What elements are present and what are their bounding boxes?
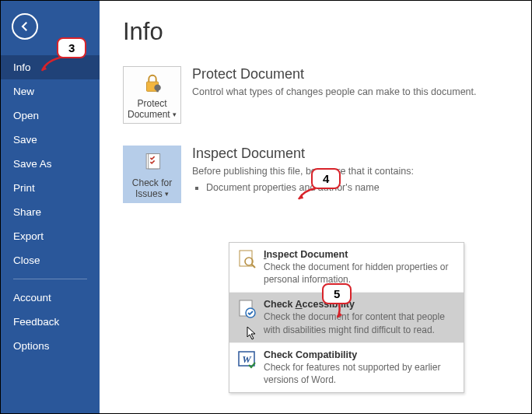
arrow-left-icon (18, 19, 32, 33)
annotation-callout-4: 4 (311, 168, 341, 189)
word-compat-icon: W (237, 349, 257, 370)
sidebar-item-new[interactable]: New (1, 79, 100, 104)
annotation-callout-3: 3 (57, 37, 86, 58)
protect-document-button[interactable]: ProtectDocument ▾ (123, 66, 181, 124)
dropdown-item-desc: Check the document for hidden properties… (264, 261, 456, 286)
svg-rect-2 (156, 88, 158, 92)
protect-button-label-1: Protect (137, 98, 166, 109)
sidebar-divider (13, 279, 87, 279)
sidebar-item-save[interactable]: Save (1, 128, 100, 152)
dropdown-item-desc: Check the document for content that peop… (264, 310, 456, 335)
sidebar-item-account[interactable]: Account (1, 286, 100, 310)
sidebar-item-save-as[interactable]: Save As (1, 152, 100, 176)
protect-title: Protect Document (192, 66, 508, 82)
sidebar-item-close[interactable]: Close (1, 248, 100, 272)
check-for-issues-button[interactable]: Check forIssues ▾ (123, 146, 181, 203)
chevron-down-icon: ▾ (173, 111, 177, 118)
protect-desc: Control what types of changes people can… (192, 86, 508, 100)
chevron-down-icon: ▾ (165, 190, 169, 198)
protect-section: ProtectDocument ▾ Protect Document Contr… (123, 66, 508, 124)
inspect-bullet: Document properties and author's name (206, 182, 508, 193)
svg-line-7 (252, 265, 255, 268)
inspect-desc: Before publishing this file, be aware th… (192, 165, 508, 179)
sidebar-item-share[interactable]: Share (1, 200, 100, 224)
svg-text:W: W (242, 353, 252, 365)
sidebar-item-print[interactable]: Print (1, 176, 100, 200)
sidebar-item-feedback[interactable]: Feedback (1, 310, 100, 334)
dropdown-item-title: Check Accessibility (264, 299, 456, 310)
sidebar-item-export[interactable]: Export (1, 224, 100, 248)
protect-button-label-2: Document (128, 109, 170, 120)
dropdown-item-title: Check Compatibility (264, 349, 456, 360)
dropdown-item-title: Inspect Document (264, 249, 456, 260)
mouse-cursor-icon (247, 326, 257, 340)
sidebar-item-options[interactable]: Options (1, 334, 100, 358)
annotation-callout-5: 5 (322, 283, 352, 304)
inspect-title: Inspect Document (192, 146, 508, 162)
back-button[interactable] (12, 13, 38, 40)
check-issues-label-1: Check for (132, 177, 172, 188)
page-title: Info (123, 18, 508, 46)
annotation-tail-4 (296, 187, 319, 202)
annotation-tail-5 (334, 302, 350, 321)
check-issues-label-2: Issues (135, 188, 163, 199)
inspect-document-icon (237, 249, 257, 269)
accessibility-icon (237, 299, 257, 319)
dropdown-item-desc: Check for features not supported by earl… (264, 361, 456, 386)
document-check-icon (140, 150, 165, 175)
sidebar-item-open[interactable]: Open (1, 104, 100, 128)
lock-icon (140, 71, 165, 96)
dropdown-item-check-compatibility[interactable]: W Check Compatibility Check for features… (229, 343, 464, 392)
main-panel: Info ProtectDocument ▾ Protect Document … (100, 1, 531, 413)
